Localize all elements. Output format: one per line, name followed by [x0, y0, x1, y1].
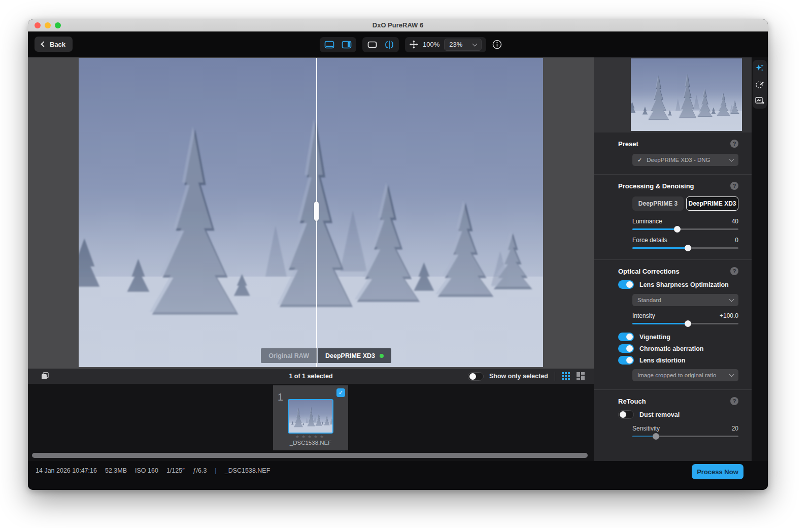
item-filename: _DSC1538.NEF	[273, 440, 348, 446]
retouch-help-icon[interactable]: ?	[730, 397, 738, 405]
intensity-slider[interactable]	[632, 320, 738, 327]
status-datetime: 14 Jan 2026 10:47:16	[36, 467, 97, 474]
show-only-selected-label: Show only selected	[489, 373, 548, 380]
top-toolbar: Back	[28, 31, 768, 57]
chromatic-aberration-toggle[interactable]	[618, 344, 634, 353]
filmstrip: 1 ✓ ★★★★★ _DSC1538.NEF	[28, 384, 594, 450]
minimize-button[interactable]	[45, 22, 51, 28]
crop-mode-value: Image cropped to original ratio	[637, 372, 716, 378]
zoom-level-value: 23%	[449, 41, 462, 48]
split-compare-icon	[384, 41, 394, 49]
mosaic-view-icon[interactable]	[577, 372, 585, 380]
force-details-value: 0	[735, 237, 738, 244]
scrollbar-thumb[interactable]	[32, 453, 588, 458]
show-only-selected-row[interactable]: Show only selected	[468, 372, 548, 381]
app-window: DxO PureRAW 6 Back	[28, 19, 768, 490]
process-now-button[interactable]: Process Now	[692, 464, 743, 479]
item-checkbox[interactable]: ✓	[336, 388, 345, 397]
status-separator: |	[215, 467, 216, 474]
settings-sidebar: Preset ? ✓ DeepPRIME XD3 - DNG Processin…	[594, 57, 752, 461]
compare-label-original: Original RAW	[261, 348, 317, 363]
grid-view-icon[interactable]	[562, 372, 570, 380]
lens-distortion-toggle[interactable]	[618, 356, 634, 365]
winter-photo	[79, 58, 543, 367]
edge-toolbar	[753, 60, 767, 109]
crop-mode-select[interactable]: Image cropped to original ratio	[632, 369, 738, 381]
vignetting-toggle[interactable]	[618, 333, 634, 341]
lens-sharpness-row: Lens Sharpness Optimization	[618, 280, 738, 289]
retouch-brush-icon[interactable]	[755, 80, 764, 89]
sensitivity-slider[interactable]	[632, 433, 738, 440]
chevron-down-icon	[729, 372, 734, 377]
winter-photo-preview	[631, 58, 742, 131]
retouch-section: ReTouch ? Dust removal Sensitivity 20	[594, 389, 752, 448]
chevron-down-icon	[729, 157, 734, 162]
info-icon[interactable]	[492, 40, 502, 49]
denoise-sparkles-icon[interactable]	[755, 63, 764, 73]
preview-area	[594, 57, 752, 133]
single-view-button[interactable]	[365, 39, 379, 50]
close-button[interactable]	[35, 22, 41, 28]
sensitivity-label: Sensitivity	[632, 425, 660, 432]
chromatic-row: Chromatic aberration	[618, 344, 738, 353]
zoom-100-button[interactable]: 100%	[423, 41, 439, 48]
chromatic-aberration-label: Chromatic aberration	[639, 345, 703, 352]
processing-help-icon[interactable]: ?	[730, 182, 738, 190]
filmstrip-scrollbar	[28, 450, 594, 461]
chevron-left-icon	[41, 41, 46, 47]
dust-removal-label: Dust removal	[639, 411, 680, 418]
export-image-icon[interactable]	[755, 96, 764, 105]
back-button[interactable]: Back	[35, 37, 73, 52]
luminance-value: 40	[732, 218, 738, 225]
compare-label-processed: DeepPRIME XD3	[318, 348, 391, 363]
item-index: 1	[278, 391, 283, 403]
filmstrip-bar: 1 of 1 selected Show only selected	[28, 369, 594, 384]
right-tool-strip	[752, 57, 768, 461]
lens-distortion-label: Lens distortion	[639, 357, 685, 364]
status-filename: _DSC1538.NEF	[225, 467, 270, 474]
lens-sharpness-mode-value: Standard	[637, 297, 661, 303]
lens-sharpness-toggle[interactable]	[618, 280, 634, 289]
compare-label-processed-text: DeepPRIME XD3	[325, 352, 375, 359]
split-compare-button[interactable]	[382, 39, 396, 50]
deepprime-xd3-button[interactable]: DeepPRIME XD3	[686, 196, 738, 211]
luminance-slider[interactable]	[632, 225, 738, 233]
titlebar: DxO PureRAW 6	[28, 19, 768, 31]
filmstrip-item[interactable]: 1 ✓ ★★★★★ _DSC1538.NEF	[273, 385, 348, 450]
intensity-value: +100.0	[720, 312, 738, 319]
photo-preview: Original RAW DeepPRIME XD3	[79, 58, 543, 367]
optical-help-icon[interactable]: ?	[730, 267, 738, 275]
deepprime3-button[interactable]: DeepPRIME 3	[632, 196, 684, 211]
preset-help-icon[interactable]: ?	[730, 140, 738, 148]
winter-photo-thumb	[289, 400, 332, 433]
single-view-icon	[367, 41, 377, 48]
item-thumbnail[interactable]	[288, 399, 333, 434]
status-aperture: ƒ/6.3	[193, 467, 207, 474]
toggle-filmstrip-panel-button[interactable]	[322, 39, 336, 50]
item-star-rating[interactable]: ★★★★★	[273, 434, 348, 439]
pan-icon[interactable]	[410, 40, 418, 49]
luminance-label: Luminance	[632, 218, 662, 225]
toggle-sidebar-panel-button[interactable]	[340, 39, 354, 50]
show-only-selected-toggle[interactable]	[468, 372, 484, 381]
force-details-slider[interactable]	[632, 244, 738, 251]
zoom-window-button[interactable]	[55, 22, 61, 28]
lens-sharpness-mode-select[interactable]: Standard	[632, 294, 738, 306]
dust-removal-toggle[interactable]	[618, 410, 634, 419]
image-viewer: Original RAW DeepPRIME XD3	[28, 57, 594, 369]
processing-section: Processing & Denoising ? DeepPRIME 3 Dee…	[594, 174, 752, 259]
zoom-level-select[interactable]: 23%	[444, 39, 482, 51]
processing-title: Processing & Denoising	[618, 182, 694, 190]
preset-section: Preset ? ✓ DeepPRIME XD3 - DNG	[594, 133, 752, 174]
compare-divider-handle[interactable]	[314, 202, 319, 221]
status-iso: ISO 160	[135, 467, 158, 474]
check-icon: ✓	[637, 157, 642, 163]
status-shutter: 1/125″	[166, 467, 185, 474]
preset-select[interactable]: ✓ DeepPRIME XD3 - DNG	[632, 154, 738, 166]
chevron-down-icon	[472, 41, 478, 46]
back-button-label: Back	[50, 41, 65, 48]
force-details-label: Force details	[632, 237, 667, 244]
denoise-mode-segmented: DeepPRIME 3 DeepPRIME XD3	[632, 196, 738, 211]
sidebar-preview-thumbnail[interactable]	[631, 58, 742, 131]
zoom-controls: 100% 23%	[405, 37, 486, 52]
